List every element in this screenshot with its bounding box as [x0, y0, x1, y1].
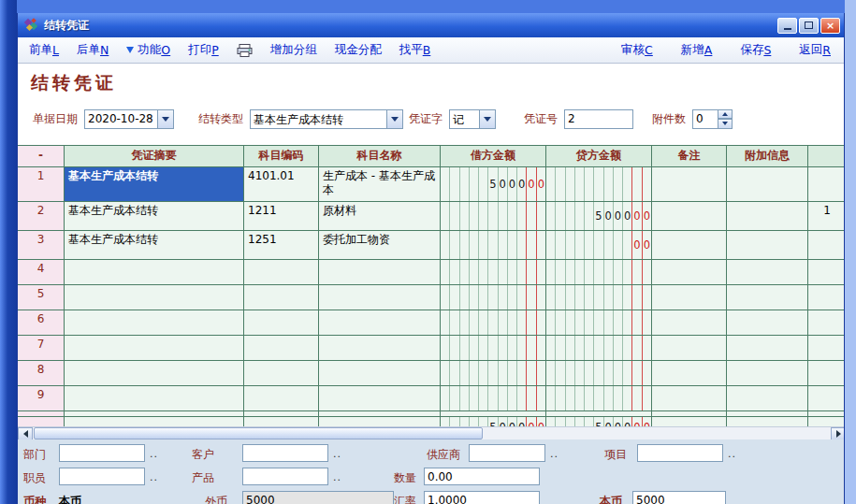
partial-cell[interactable]	[808, 260, 844, 284]
row-number[interactable]: 8	[18, 361, 65, 385]
summary-cell[interactable]	[65, 336, 244, 360]
header-account-name[interactable]: 科目名称	[319, 146, 441, 166]
partial-cell[interactable]	[808, 336, 844, 360]
chevron-down-icon[interactable]	[386, 110, 402, 128]
account-name-cell[interactable]	[319, 336, 441, 360]
product-input[interactable]	[242, 468, 328, 485]
account-code-cell[interactable]	[244, 386, 319, 410]
summary-cell[interactable]: 基本生产成本结转	[65, 202, 244, 230]
toolbar-balance[interactable]: 找平B	[399, 42, 431, 58]
toolbar-save[interactable]: 保存S	[740, 42, 771, 58]
row-number[interactable]: 1	[18, 167, 65, 201]
local-currency-input[interactable]	[632, 491, 726, 504]
summary-cell[interactable]: 基本生产成本结转	[65, 231, 244, 259]
account-code-cell[interactable]: 1251	[244, 231, 319, 259]
summary-cell-selected[interactable]: 基本生产成本结转	[65, 167, 244, 201]
partial-cell[interactable]	[808, 310, 844, 335]
horizontal-scrollbar[interactable]	[18, 426, 844, 439]
header-extra-info[interactable]: 附加信息	[727, 146, 808, 166]
header-debit[interactable]: 借方金额	[441, 146, 546, 166]
debit-amount-cell[interactable]	[441, 260, 546, 284]
scroll-right-icon[interactable]	[831, 427, 844, 440]
extra-info-cell[interactable]	[727, 285, 808, 310]
note-cell[interactable]	[652, 260, 727, 284]
extra-info-cell[interactable]	[727, 386, 808, 410]
debit-amount-cell[interactable]	[441, 202, 546, 230]
attachment-count-stepper[interactable]	[692, 109, 733, 129]
summary-cell[interactable]	[65, 310, 244, 335]
debit-amount-cell[interactable]	[441, 386, 546, 410]
toolbar-audit[interactable]: 审核C	[621, 42, 653, 58]
account-name-cell[interactable]	[319, 386, 441, 410]
partial-cell[interactable]	[808, 361, 844, 385]
account-name-cell[interactable]	[319, 260, 441, 284]
calendar-dropdown-icon[interactable]	[157, 110, 173, 128]
row-number[interactable]: 5	[18, 285, 65, 310]
spin-down-icon[interactable]	[718, 119, 733, 129]
note-cell[interactable]	[652, 336, 727, 360]
toolbar-add-group[interactable]: 增加分组	[270, 42, 317, 58]
voucher-word-select[interactable]: 记	[449, 109, 496, 129]
extra-info-cell[interactable]	[727, 361, 808, 385]
toolbar-cash-allocate[interactable]: 现金分配	[335, 42, 382, 58]
date-picker[interactable]: 2020-10-28	[84, 109, 174, 129]
account-code-cell[interactable]	[244, 260, 319, 284]
customer-input[interactable]	[242, 444, 328, 462]
supplier-browse-button[interactable]: ..	[550, 448, 559, 460]
header-partial[interactable]	[808, 146, 844, 166]
row-number[interactable]: 3	[18, 231, 65, 259]
summary-cell[interactable]	[65, 285, 244, 310]
debit-amount-cell[interactable]	[441, 310, 546, 335]
customer-browse-button[interactable]: ..	[333, 448, 341, 460]
dept-browse-button[interactable]: ..	[150, 448, 158, 460]
partial-cell[interactable]	[808, 167, 844, 201]
project-input[interactable]	[637, 444, 723, 462]
titlebar[interactable]: 结转凭证 ×	[18, 13, 844, 37]
summary-cell[interactable]	[65, 260, 244, 284]
debit-amount-cell[interactable]	[441, 231, 546, 259]
toolbar-printer-icon-button[interactable]	[237, 44, 253, 57]
credit-amount-cell[interactable]: 00	[546, 231, 652, 259]
close-button[interactable]: ×	[820, 18, 840, 34]
toolbar-new[interactable]: 新增A	[681, 42, 713, 58]
credit-amount-cell[interactable]	[546, 260, 652, 284]
note-cell[interactable]	[652, 202, 727, 230]
toolbar-next-doc[interactable]: 后单N	[77, 42, 109, 58]
voucher-number-input[interactable]	[564, 109, 633, 129]
toolbar-print[interactable]: 打印P	[188, 42, 219, 58]
account-code-cell[interactable]	[244, 336, 319, 360]
account-name-cell[interactable]	[319, 285, 441, 310]
toolbar-prev-doc[interactable]: 前单L	[29, 42, 59, 58]
scroll-left-icon[interactable]	[18, 427, 33, 440]
row-number[interactable]: 2	[18, 202, 65, 230]
partial-cell[interactable]	[808, 285, 844, 310]
note-cell[interactable]	[652, 231, 727, 259]
summary-cell[interactable]	[65, 361, 244, 385]
staff-input[interactable]	[59, 468, 145, 485]
account-name-cell[interactable]: 委托加工物资	[319, 231, 441, 259]
note-cell[interactable]	[652, 310, 727, 335]
debit-amount-cell[interactable]: 500000	[441, 167, 546, 201]
credit-amount-cell[interactable]	[546, 386, 652, 410]
credit-amount-cell[interactable]: 500000	[546, 202, 652, 230]
account-code-cell[interactable]	[244, 361, 319, 385]
note-cell[interactable]	[652, 167, 727, 201]
credit-amount-cell[interactable]	[546, 336, 652, 360]
debit-amount-cell[interactable]	[441, 336, 546, 360]
staff-browse-button[interactable]: ..	[150, 471, 158, 483]
row-number[interactable]: 6	[18, 310, 65, 335]
account-code-cell[interactable]: 1211	[244, 202, 319, 230]
extra-info-cell[interactable]	[727, 336, 808, 360]
header-note[interactable]: 备注	[652, 146, 727, 166]
account-name-cell[interactable]: 生产成本 - 基本生产成本	[319, 167, 441, 201]
foreign-currency-input[interactable]	[242, 491, 394, 504]
transfer-type-select[interactable]: 基本生产成本结转	[250, 109, 403, 129]
product-browse-button[interactable]: ..	[333, 471, 341, 483]
attachment-count-input[interactable]	[692, 109, 718, 129]
account-code-cell[interactable]	[244, 285, 319, 310]
dept-input[interactable]	[59, 444, 145, 462]
header-summary[interactable]: 凭证摘要	[65, 146, 244, 166]
extra-info-cell[interactable]	[727, 231, 808, 259]
header-account-code[interactable]: 科目编码	[244, 146, 319, 166]
header-row-number[interactable]: -	[18, 146, 65, 166]
